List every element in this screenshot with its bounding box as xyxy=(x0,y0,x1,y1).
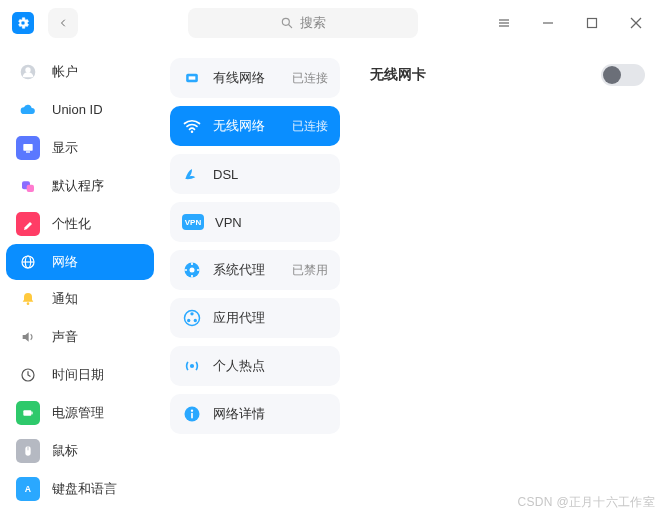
net-item-wireless[interactable]: 无线网络 已连接 xyxy=(170,106,340,146)
svg-line-1 xyxy=(289,25,292,28)
sidebar-item-label: 显示 xyxy=(52,139,78,157)
sidebar-item-label: Union ID xyxy=(52,102,103,117)
wifi-icon xyxy=(182,116,202,136)
net-item-status: 已连接 xyxy=(292,118,328,135)
sidebar: 帐户 Union ID 显示 默认程序 个性化 网络 通知 声音 xyxy=(0,46,160,515)
sidebar-item-label: 默认程序 xyxy=(52,177,104,195)
sidebar-item-label: 声音 xyxy=(52,328,78,346)
speaker-icon xyxy=(16,325,40,349)
maximize-button[interactable] xyxy=(575,6,609,40)
app-icon xyxy=(12,12,34,34)
sidebar-item-display[interactable]: 显示 xyxy=(6,130,154,166)
sidebar-item-defaultapps[interactable]: 默认程序 xyxy=(6,168,154,204)
vpn-icon: VPN xyxy=(182,214,204,230)
clock-icon xyxy=(16,363,40,387)
search-placeholder: 搜索 xyxy=(300,14,326,32)
dsl-icon xyxy=(182,164,202,184)
bell-icon xyxy=(16,287,40,311)
personalize-icon xyxy=(16,212,40,236)
detail-title: 无线网卡 xyxy=(370,66,426,84)
cloud-icon xyxy=(16,98,40,122)
apps-icon xyxy=(16,174,40,198)
net-item-wired[interactable]: 有线网络 已连接 xyxy=(170,58,340,98)
sidebar-item-unionid[interactable]: Union ID xyxy=(6,92,154,128)
net-item-label: 应用代理 xyxy=(213,309,265,327)
proxy-icon xyxy=(182,260,202,280)
svg-rect-12 xyxy=(26,151,30,152)
svg-rect-6 xyxy=(588,19,597,28)
sidebar-item-notify[interactable]: 通知 xyxy=(6,282,154,318)
net-item-vpn[interactable]: VPN VPN xyxy=(170,202,340,242)
svg-point-32 xyxy=(187,319,190,322)
sidebar-item-label: 鼠标 xyxy=(52,442,78,460)
net-item-status: 已连接 xyxy=(292,70,328,87)
battery-icon xyxy=(16,401,40,425)
svg-point-18 xyxy=(27,303,30,306)
net-item-hotspot[interactable]: 个人热点 xyxy=(170,346,340,386)
svg-rect-21 xyxy=(31,412,32,415)
watermark: CSDN @正月十六工作室 xyxy=(518,494,655,511)
sidebar-item-label: 网络 xyxy=(52,253,78,271)
svg-point-36 xyxy=(191,410,193,412)
sidebar-item-sound[interactable]: 声音 xyxy=(6,319,154,355)
net-item-status: 已禁用 xyxy=(292,262,328,279)
svg-rect-37 xyxy=(191,413,193,419)
display-icon xyxy=(16,136,40,160)
close-button[interactable] xyxy=(619,6,653,40)
sidebar-item-datetime[interactable]: 时间日期 xyxy=(6,357,154,393)
toggle-knob xyxy=(603,66,621,84)
sidebar-item-label: 电源管理 xyxy=(52,404,104,422)
net-item-dsl[interactable]: DSL xyxy=(170,154,340,194)
net-item-label: 个人热点 xyxy=(213,357,265,375)
hotspot-icon xyxy=(182,356,202,376)
svg-point-27 xyxy=(191,131,194,134)
net-item-label: DSL xyxy=(213,167,238,182)
detail-panel: 无线网卡 xyxy=(350,46,665,515)
net-item-label: 系统代理 xyxy=(213,261,265,279)
svg-rect-14 xyxy=(27,184,34,191)
svg-point-33 xyxy=(194,319,197,322)
sidebar-item-account[interactable]: 帐户 xyxy=(6,54,154,90)
sidebar-item-label: 时间日期 xyxy=(52,366,104,384)
svg-rect-20 xyxy=(23,411,31,416)
minimize-button[interactable] xyxy=(531,6,565,40)
net-item-label: 无线网络 xyxy=(213,117,265,135)
net-item-label: 有线网络 xyxy=(213,69,265,87)
svg-point-31 xyxy=(190,312,193,315)
mouse-icon xyxy=(16,439,40,463)
svg-rect-11 xyxy=(23,144,32,151)
net-item-label: 网络详情 xyxy=(213,405,265,423)
svg-point-0 xyxy=(282,18,289,25)
net-item-label: VPN xyxy=(215,215,242,230)
menu-button[interactable] xyxy=(487,6,521,40)
svg-rect-26 xyxy=(189,76,196,79)
globe-icon xyxy=(16,250,40,274)
wifi-toggle[interactable] xyxy=(601,64,645,86)
network-list: 有线网络 已连接 无线网络 已连接 DSL VPN VPN 系统代理 已禁用 应… xyxy=(160,46,350,515)
svg-point-34 xyxy=(190,364,194,368)
account-icon xyxy=(16,60,40,84)
sidebar-item-keyboard[interactable]: A 键盘和语言 xyxy=(6,471,154,507)
net-item-appproxy[interactable]: 应用代理 xyxy=(170,298,340,338)
back-button[interactable] xyxy=(48,8,78,38)
net-item-sysproxy[interactable]: 系统代理 已禁用 xyxy=(170,250,340,290)
svg-point-29 xyxy=(190,268,195,273)
sidebar-item-power[interactable]: 电源管理 xyxy=(6,395,154,431)
info-icon xyxy=(182,404,202,424)
titlebar: 搜索 xyxy=(0,0,665,46)
sidebar-item-network[interactable]: 网络 xyxy=(6,244,154,280)
keyboard-icon: A xyxy=(16,477,40,501)
sidebar-item-personalize[interactable]: 个性化 xyxy=(6,206,154,242)
sidebar-item-label: 帐户 xyxy=(52,63,78,81)
net-item-details[interactable]: 网络详情 xyxy=(170,394,340,434)
sidebar-item-label: 个性化 xyxy=(52,215,91,233)
app-proxy-icon xyxy=(182,308,202,328)
svg-text:A: A xyxy=(25,484,32,494)
sidebar-item-mouse[interactable]: 鼠标 xyxy=(6,433,154,469)
ethernet-icon xyxy=(182,68,202,88)
search-icon xyxy=(280,16,294,30)
svg-point-10 xyxy=(25,67,30,72)
sidebar-item-label: 键盘和语言 xyxy=(52,480,117,498)
search-input[interactable]: 搜索 xyxy=(188,8,418,38)
sidebar-item-label: 通知 xyxy=(52,290,78,308)
